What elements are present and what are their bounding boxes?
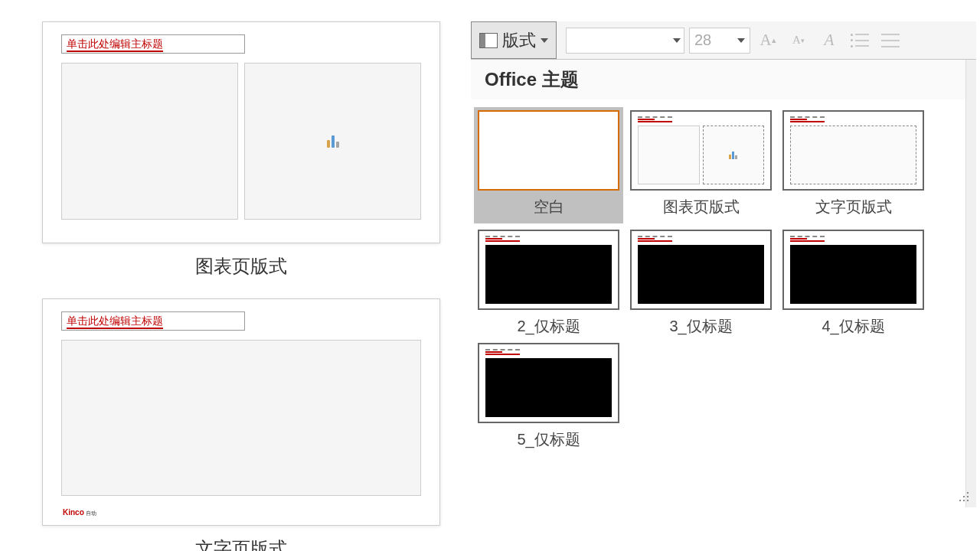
- chart-icon: [729, 152, 737, 159]
- title-placeholder-box[interactable]: 单击此处编辑主标题: [61, 311, 245, 331]
- resize-handle-icon[interactable]: [958, 491, 969, 501]
- layout-label: 2_仅标题: [517, 316, 580, 337]
- font-size-value: 28: [694, 31, 711, 49]
- layout-thumb: [478, 110, 619, 191]
- layout-button-label: 版式: [502, 29, 536, 52]
- shrink-font-icon[interactable]: A▾: [786, 28, 812, 54]
- layout-item-title4[interactable]: 4_仅标题: [779, 227, 928, 337]
- layout-item-title3[interactable]: 3_仅标题: [626, 227, 776, 337]
- brand-logo: Kinco自动: [63, 508, 96, 517]
- layout-label: 4_仅标题: [822, 316, 884, 337]
- ribbon-tools: 28 A▴ A▾ A: [557, 21, 976, 59]
- layout-dropdown-panel: 版式 28 A▴ A▾ A: [471, 21, 976, 507]
- chart-icon: [327, 135, 339, 148]
- content-placeholder-left[interactable]: [61, 63, 238, 220]
- ribbon-row: 版式 28 A▴ A▾ A: [471, 21, 976, 60]
- layout-label: 文字页版式: [815, 197, 892, 217]
- content-row: [61, 63, 421, 220]
- layout-item-title5[interactable]: 5_仅标题: [474, 340, 623, 450]
- title-placeholder-text: 单击此处编辑主标题: [67, 315, 163, 329]
- layout-thumb: [630, 230, 772, 310]
- chevron-down-icon: [737, 38, 745, 43]
- layout-label: 空白: [534, 197, 564, 217]
- chevron-down-icon: [541, 38, 548, 43]
- layout-label: 图表页版式: [663, 197, 740, 217]
- section-header: Office 主题: [471, 60, 976, 99]
- layout-thumb: [630, 110, 772, 191]
- grow-font-icon[interactable]: A▴: [755, 28, 781, 54]
- font-family-combo[interactable]: [566, 28, 684, 54]
- bullets-icon[interactable]: [847, 28, 873, 54]
- font-size-combo[interactable]: 28: [689, 28, 750, 54]
- layout-button[interactable]: 版式: [471, 21, 557, 59]
- content-placeholder-full[interactable]: [61, 340, 421, 496]
- layout-label: 3_仅标题: [669, 316, 732, 337]
- layout-item-text[interactable]: 文字页版式: [779, 107, 928, 223]
- title-placeholder-box[interactable]: 单击此处编辑主标题: [61, 34, 245, 54]
- left-previews: 单击此处编辑主标题 图表页版式 单击此处编辑主标题 Kinco自动 文字页版式: [42, 21, 440, 551]
- clear-format-icon[interactable]: A: [816, 28, 842, 54]
- layout-thumb: [782, 110, 924, 191]
- layouts-grid: 空白 图表页版式: [471, 99, 976, 458]
- chevron-down-icon: [673, 38, 681, 43]
- layout-thumb: [782, 230, 924, 310]
- layout-item-title2[interactable]: 2_仅标题: [474, 227, 623, 337]
- layout-thumb: [478, 230, 619, 310]
- slide-preview-chart: 单击此处编辑主标题: [42, 21, 440, 243]
- slide-preview-text: 单击此处编辑主标题 Kinco自动: [42, 298, 440, 526]
- layout-label: 5_仅标题: [517, 429, 580, 450]
- layout-item-blank[interactable]: 空白: [474, 107, 623, 223]
- title-placeholder-text: 单击此处编辑主标题: [67, 37, 163, 52]
- layout-icon: [479, 33, 498, 48]
- layout-thumb: [478, 343, 619, 423]
- numbering-icon[interactable]: [877, 28, 903, 54]
- content-placeholder-right[interactable]: [244, 63, 421, 220]
- preview-label-1: 图表页版式: [42, 254, 440, 279]
- scrollbar[interactable]: [965, 60, 976, 507]
- preview-label-2: 文字页版式: [42, 536, 440, 551]
- layout-item-chart[interactable]: 图表页版式: [626, 107, 776, 223]
